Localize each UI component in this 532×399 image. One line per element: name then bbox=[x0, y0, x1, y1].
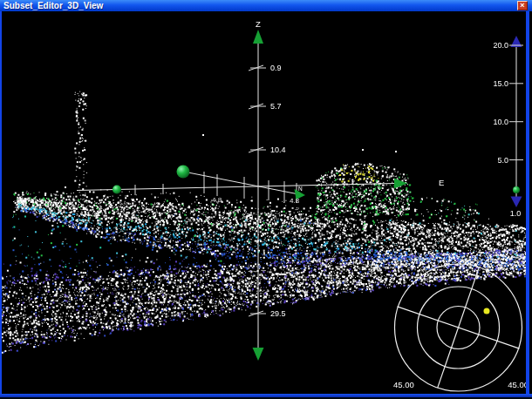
depth-scale-min-label: 1.0 bbox=[510, 209, 522, 218]
z-axis-up-arrow-icon bbox=[253, 30, 263, 44]
rotation-handle-small[interactable] bbox=[113, 186, 121, 194]
e-axis-label: E bbox=[439, 178, 444, 187]
orientation-compass[interactable]: 45.00 45.00 bbox=[393, 264, 529, 391]
depth-scale[interactable]: 20.0 15.0 10.0 5.0 1.0 bbox=[493, 36, 523, 218]
close-icon: × bbox=[520, 1, 524, 10]
e-tick-label: 4.8 bbox=[290, 197, 300, 205]
z-tick-label: 5.7 bbox=[270, 102, 282, 111]
depth-scale-marker[interactable] bbox=[513, 186, 520, 193]
depth-tick-label: 15.0 bbox=[493, 79, 508, 88]
close-button[interactable]: × bbox=[517, 1, 528, 10]
subset-editor-window: Z 0.9 5.7 10.4 29.5 E bbox=[0, 0, 532, 399]
rotation-handle-large[interactable] bbox=[177, 166, 190, 179]
depth-tick-label: 20.0 bbox=[493, 41, 508, 50]
n-axis-label: N bbox=[298, 186, 303, 192]
z-axis-label: Z bbox=[256, 19, 261, 29]
depth-tick-label: 5.0 bbox=[497, 156, 508, 165]
z-tick-label: 0.9 bbox=[270, 64, 282, 72]
window-border-left bbox=[0, 11, 2, 399]
compass-target-dot bbox=[484, 308, 490, 314]
e-axis-arrow-icon bbox=[394, 179, 407, 189]
z-tick-label: 10.4 bbox=[270, 145, 286, 154]
z-tick-label: 29.5 bbox=[270, 309, 286, 318]
z-axis: Z 0.9 5.7 10.4 29.5 bbox=[249, 19, 286, 361]
depth-scale-down-arrow-icon[interactable] bbox=[511, 197, 522, 208]
viewport-overlay: Z 0.9 5.7 10.4 29.5 E bbox=[0, 0, 532, 399]
z-axis-down-arrow-icon bbox=[253, 348, 264, 361]
window-title: Subset_Editor_3D_View bbox=[3, 1, 103, 10]
window-titlebar[interactable]: Subset_Editor_3D_View × bbox=[0, 0, 532, 11]
depth-tick-label: 10.0 bbox=[493, 118, 508, 126]
compass-left-value: 45.00 bbox=[393, 380, 414, 389]
e-tick-label: 4.8 bbox=[212, 196, 222, 204]
